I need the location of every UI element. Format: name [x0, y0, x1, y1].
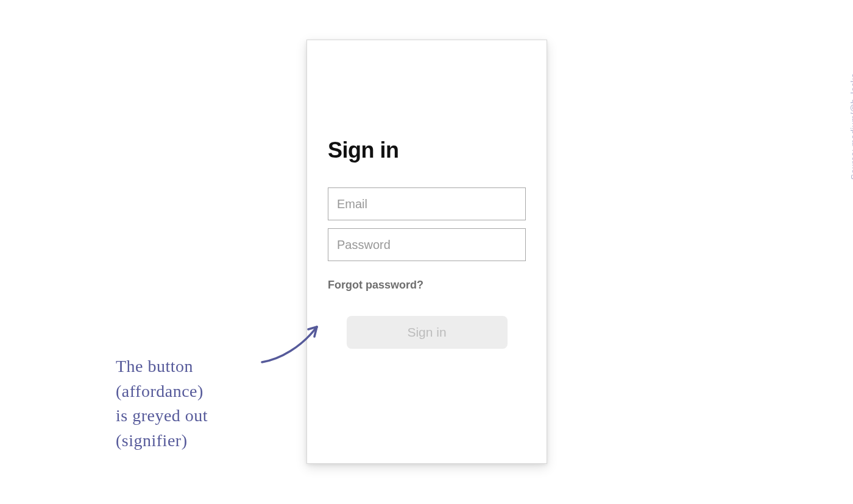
password-field[interactable] — [328, 228, 526, 261]
forgot-password-link[interactable]: Forgot password? — [328, 279, 423, 292]
email-field[interactable] — [328, 187, 526, 220]
signin-button[interactable]: Sign in — [347, 316, 508, 349]
signin-card: Sign in Forgot password? Sign in — [306, 40, 547, 464]
source-credit: Source: medium/@h_locke — [849, 73, 853, 180]
annotation-text: The button (affordance) is greyed out (s… — [116, 354, 286, 453]
signin-heading: Sign in — [328, 138, 526, 163]
signin-form: Forgot password? Sign in — [328, 187, 526, 349]
